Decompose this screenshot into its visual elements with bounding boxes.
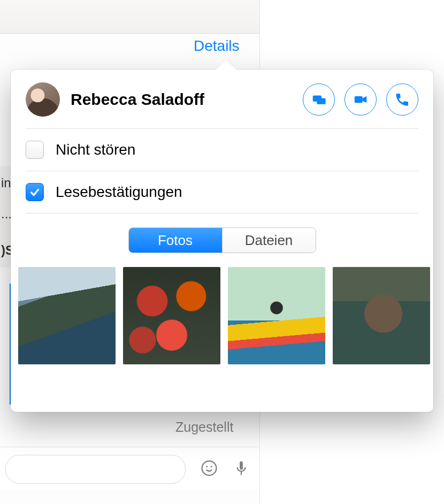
video-call-button[interactable] bbox=[345, 83, 377, 116]
read-receipts-label: Lesebestätigungen bbox=[56, 184, 182, 201]
svg-point-1 bbox=[206, 466, 208, 468]
delivery-status: Zugestellt bbox=[175, 419, 233, 435]
svg-rect-4 bbox=[241, 472, 242, 475]
details-popover: Rebecca Saladoff Nicht stören Lesebestät… bbox=[11, 70, 433, 412]
read-receipts-row[interactable]: Lesebestätigungen bbox=[11, 171, 433, 213]
svg-rect-3 bbox=[240, 461, 243, 470]
screen-share-button[interactable] bbox=[303, 83, 335, 116]
dictation-button[interactable] bbox=[229, 456, 254, 480]
photo-thumbnail[interactable] bbox=[228, 267, 325, 364]
do-not-disturb-label: Nicht stören bbox=[56, 141, 135, 158]
do-not-disturb-checkbox[interactable] bbox=[26, 141, 44, 159]
emoji-picker-button[interactable] bbox=[197, 456, 221, 480]
svg-rect-7 bbox=[355, 96, 363, 103]
details-button[interactable]: Details bbox=[194, 37, 240, 55]
photo-thumbnail[interactable] bbox=[123, 267, 220, 364]
segment-files[interactable]: Dateien bbox=[222, 228, 316, 253]
contact-name: Rebecca Saladoff bbox=[71, 90, 292, 109]
svg-rect-6 bbox=[317, 98, 325, 104]
photo-thumbnail-row bbox=[11, 264, 433, 372]
segment-photos[interactable]: Fotos bbox=[129, 228, 222, 253]
svg-point-2 bbox=[211, 466, 212, 468]
audio-call-button[interactable] bbox=[386, 83, 418, 116]
photo-thumbnail[interactable] bbox=[18, 267, 116, 364]
contact-action-row bbox=[303, 83, 418, 116]
message-input[interactable] bbox=[5, 455, 186, 484]
contact-header: Rebecca Saladoff bbox=[11, 70, 433, 128]
photo-thumbnail[interactable] bbox=[333, 267, 430, 364]
read-receipts-checkbox[interactable] bbox=[26, 183, 44, 201]
do-not-disturb-row[interactable]: Nicht stören bbox=[11, 129, 433, 171]
segmented-control-wrap: Fotos Dateien bbox=[11, 213, 433, 264]
svg-point-0 bbox=[202, 461, 217, 476]
photos-files-segmented: Fotos Dateien bbox=[128, 227, 316, 253]
chat-titlebar bbox=[0, 0, 259, 34]
contact-avatar[interactable] bbox=[26, 82, 60, 117]
